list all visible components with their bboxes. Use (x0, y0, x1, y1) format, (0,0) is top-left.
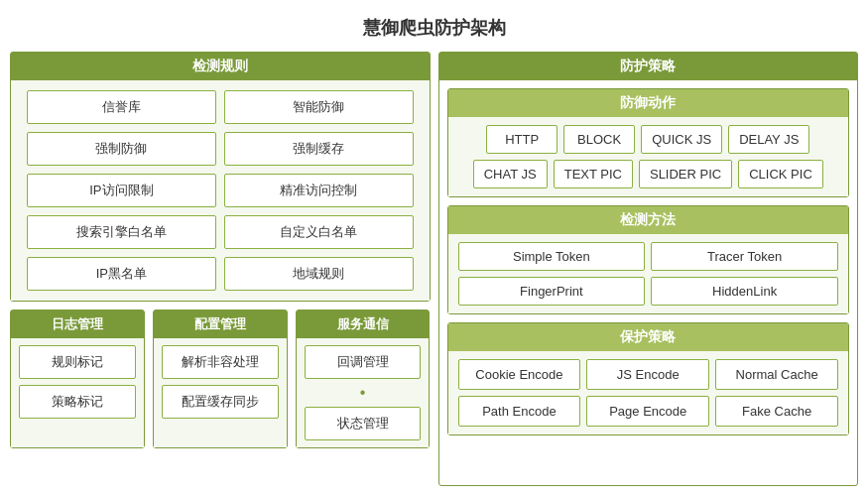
defense-action-section: 防御动作 HTTP BLOCK QUICK JS DELAY JS CHAT J… (447, 88, 850, 197)
config-management-body: 解析非容处理 配置缓存同步 (154, 338, 287, 447)
log-management-section: 日志管理 规则标记 策略标记 (10, 310, 145, 448)
protection-strategy-header: 防护策略 (439, 53, 858, 80)
item-region: 地域规则 (224, 257, 414, 291)
action-textpic: TEXT PIC (554, 160, 633, 188)
status-mgmt: 状态管理 (305, 407, 422, 440)
callback-mgmt: 回调管理 (305, 345, 422, 379)
detect-tracer-token: Tracer Token (651, 242, 838, 271)
detect-fingerprint: FingerPrint (458, 277, 646, 306)
config-management-header: 配置管理 (154, 310, 287, 338)
detection-rules-body: 信誉库 智能防御 强制防御 强制缓存 IP访问限制 精准访问控制 搜索引擎白名单… (11, 80, 430, 301)
connector-dot: • (360, 385, 366, 401)
protect-path-encode: Path Encode (458, 396, 581, 427)
page-title: 慧御爬虫防护架构 (10, 10, 858, 44)
config-cache-sync: 配置缓存同步 (162, 385, 279, 419)
log-management-body: 规则标记 策略标记 (11, 338, 144, 447)
protect-page-encode: Page Encode (586, 396, 709, 427)
protect-strategy-section: 保护策略 Cookie Encode JS Encode Normal Cach… (447, 322, 850, 435)
bottom-row: 日志管理 规则标记 策略标记 配置管理 解析非容处理 配置缓存同步 (10, 310, 431, 448)
protect-strategy-header: 保护策略 (448, 323, 849, 351)
config-management-section: 配置管理 解析非容处理 配置缓存同步 (153, 310, 288, 448)
item-jingzhun: 精准访问控制 (224, 174, 414, 207)
action-block: BLOCK (563, 125, 635, 154)
action-clickpic: CLICK PIC (738, 160, 823, 188)
defense-row-2: CHAT JS TEXT PIC SLIDER PIC CLICK PIC (458, 160, 839, 188)
protect-normal-cache: Normal Cache (715, 359, 838, 390)
action-sliderpic: SLIDER PIC (639, 160, 732, 188)
service-comm-section: 服务通信 回调管理 • 状态管理 (296, 310, 431, 448)
action-delayjs: DELAY JS (728, 125, 809, 154)
service-comm-header: 服务通信 (297, 310, 430, 338)
item-xinyu: 信誉库 (27, 90, 216, 124)
protect-strategy-body: Cookie Encode JS Encode Normal Cache Pat… (448, 351, 849, 434)
defense-row-1: HTTP BLOCK QUICK JS DELAY JS (458, 125, 839, 154)
action-http: HTTP (486, 125, 558, 154)
config-parse: 解析非容处理 (162, 345, 279, 379)
log-management-header: 日志管理 (11, 310, 144, 338)
protection-strategy-section: 防护策略 防御动作 HTTP BLOCK QUICK JS DELAY JS (438, 52, 859, 486)
defense-action-header: 防御动作 (448, 89, 849, 117)
action-chatjs: CHAT JS (473, 160, 548, 188)
item-qiangzhicun: 强制缓存 (224, 132, 414, 166)
detect-method-section: 检测方法 Simple Token Tracer Token FingerPri… (447, 205, 850, 314)
item-qiangzhi: 强制防御 (27, 132, 216, 166)
item-ip-limit: IP访问限制 (27, 174, 216, 207)
protect-cookie-encode: Cookie Encode (458, 359, 581, 390)
detect-method-header: 检测方法 (448, 206, 849, 234)
item-ip-black: IP黑名单 (27, 257, 216, 291)
item-zhineng: 智能防御 (224, 90, 414, 124)
log-rule-mark: 规则标记 (19, 345, 136, 379)
item-search-white: 搜索引擎白名单 (27, 215, 216, 249)
log-policy-mark: 策略标记 (19, 385, 136, 419)
item-custom-white: 自定义白名单 (224, 215, 414, 249)
defense-action-body: HTTP BLOCK QUICK JS DELAY JS CHAT JS TEX… (448, 117, 849, 196)
protect-fake-cache: Fake Cache (715, 396, 838, 427)
protect-js-encode: JS Encode (586, 359, 709, 390)
detection-rules-header: 检测规则 (11, 53, 430, 80)
action-quickjs: QUICK JS (641, 125, 722, 154)
service-comm-body: 回调管理 • 状态管理 (297, 338, 430, 447)
detect-hiddenlink: HiddenLink (651, 277, 838, 306)
detect-method-body: Simple Token Tracer Token FingerPrint Hi… (448, 234, 849, 313)
detection-rules-section: 检测规则 信誉库 智能防御 强制防御 强制缓存 IP访问限制 精准访问控制 搜索… (10, 52, 431, 302)
detect-simple-token: Simple Token (458, 242, 646, 271)
